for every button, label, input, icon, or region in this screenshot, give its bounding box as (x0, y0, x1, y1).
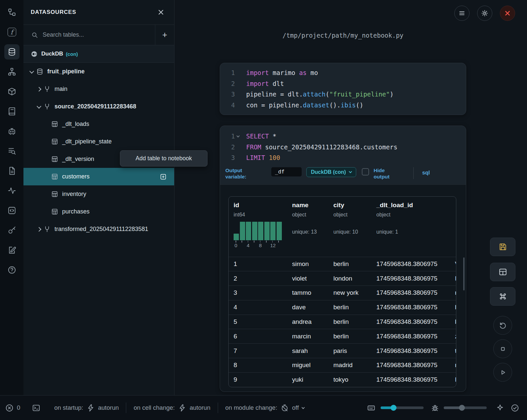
column-header-dlt-load-id[interactable]: _dlt_load_id object unique: 1 (371, 197, 450, 257)
tree-item-table-dlt-loads[interactable]: _dlt_loads (23, 115, 174, 133)
marimo-app: f (0, 0, 527, 420)
width-slider[interactable] (444, 406, 487, 409)
table-row[interactable]: 8miguelmadrid1745968348.3806975r (229, 358, 456, 372)
run-button[interactable] (493, 363, 512, 382)
font-size-slider[interactable] (381, 406, 424, 409)
sidebar-tab-functions[interactable]: f (4, 24, 19, 40)
sidebar-tab-scratchpad[interactable] (4, 203, 19, 218)
line-number: 3 (220, 152, 235, 163)
engine-row-duckdb[interactable]: DuckDB (con) (23, 45, 174, 63)
sidebar-tab-secrets[interactable] (4, 223, 19, 238)
engine-name: DuckDB (41, 51, 63, 57)
tree-item-table-purchases[interactable]: purchases (23, 203, 174, 220)
tree-item-schema-source[interactable]: source_202504291112283468 (23, 98, 174, 115)
shutdown-button[interactable] (500, 6, 515, 21)
tree-item-schema-transformed[interactable]: transformed_202504291112283581 (23, 220, 174, 238)
column-header-clipped[interactable] (450, 197, 456, 257)
hide-output-label: Hide output (374, 167, 395, 180)
sidebar-tab-ai-chat[interactable] (4, 124, 19, 139)
table-icon (51, 121, 58, 128)
tree-item-database-fruit-pipeline[interactable]: fruit_pipeline (23, 63, 174, 80)
tree-item-table-dlt-pipeline-state[interactable]: _dlt_pipeline_state (23, 133, 174, 150)
on-module-change-setting[interactable]: on module change: off (225, 404, 305, 412)
table-row[interactable]: 4daveberlin1745968348.3806975h (229, 300, 456, 315)
line-number: 2 (220, 142, 235, 153)
sidebar-tab-annotations[interactable] (4, 243, 19, 258)
close-icon (504, 10, 511, 17)
output-scrollbar[interactable] (463, 257, 465, 290)
result-table-header: id int64 0 4 8 12 (229, 197, 456, 257)
sidebar-tab-datasources[interactable] (4, 44, 19, 59)
list-search-icon (8, 147, 16, 155)
table-icon (51, 173, 58, 180)
menu-button[interactable] (454, 6, 470, 21)
table-row[interactable]: 2violetlondon1745968348.3806975D (229, 271, 456, 286)
search-icon (31, 32, 38, 38)
on-cell-change-setting[interactable]: on cell change: autorun (133, 404, 210, 412)
sidebar-tab-dependency-graph[interactable] (4, 64, 19, 79)
lightning-icon (178, 404, 186, 412)
layout-toggle-button[interactable] (490, 263, 515, 281)
on-startup-setting[interactable]: on startup: autorun (54, 404, 119, 412)
on-module-change-label: on module change: (225, 404, 277, 411)
activity-bar: f (0, 0, 23, 395)
chevron-right-icon (37, 87, 41, 91)
divider (218, 402, 218, 413)
hide-output-checkbox[interactable] (362, 168, 369, 175)
column-header-id[interactable]: id int64 0 4 8 12 (229, 197, 287, 257)
keyboard-shortcuts-button[interactable] (490, 287, 515, 306)
table-row[interactable]: 7sarahparis1745968348.3806975t (229, 343, 456, 358)
table-row[interactable]: 1simonberlin1745968348.3806975V (229, 257, 456, 271)
error-counter[interactable]: 0 (5, 404, 20, 412)
tree-item-table-inventory[interactable]: inventory (23, 185, 174, 203)
fold-chevron-icon[interactable] (237, 134, 240, 137)
add-table-to-notebook-button[interactable] (160, 173, 167, 180)
table-label: _dlt_loads (62, 121, 89, 128)
column-header-name[interactable]: name object unique: 13 (287, 197, 328, 257)
tree-item-schema-main[interactable]: main (23, 80, 174, 98)
sidebar-tab-help[interactable] (4, 262, 19, 278)
sql-output-area: id int64 0 4 8 12 (220, 184, 466, 392)
result-table: id int64 0 4 8 12 (228, 196, 456, 387)
book-icon (8, 107, 16, 116)
line-number: 4 (220, 100, 235, 111)
table-search-row: + (23, 25, 174, 45)
schema-label: transformed_202504291112283581 (55, 226, 148, 233)
sidebar-tab-file-tree[interactable] (4, 5, 19, 20)
table-icon (51, 138, 58, 145)
engine-selector-dropdown[interactable]: DuckDB (con) (306, 167, 356, 177)
search-tables-input[interactable] (43, 25, 155, 45)
sidebar-tab-packages[interactable] (4, 84, 19, 99)
autorun-off-icon (281, 404, 289, 412)
table-row[interactable]: 6marcinberlin1745968348.3806975z (229, 329, 456, 343)
robot-icon (8, 127, 16, 135)
table-row[interactable]: 3tammonew york1745968348.3806975r (229, 286, 456, 300)
settings-button[interactable] (477, 6, 492, 21)
close-panel-button[interactable] (158, 9, 164, 16)
save-button[interactable] (490, 238, 515, 256)
schema-icon (44, 86, 51, 93)
terminal-button[interactable] (32, 404, 40, 412)
connection-check-icon[interactable] (511, 404, 519, 412)
table-row[interactable]: 5andreaberlin1745968348.3806975k (229, 315, 456, 329)
save-icon (499, 243, 507, 251)
table-row[interactable]: 9yukitokyo1745968348.3806975E (229, 372, 456, 387)
column-header-city[interactable]: city object unique: 10 (328, 197, 371, 257)
sidebar-tab-documentation[interactable] (4, 104, 19, 119)
file-tree-icon (8, 8, 16, 17)
code-cell-imports[interactable]: 1import marimo as mo 2import dlt 3pipeli… (220, 63, 466, 115)
sidebar-tab-logs[interactable] (4, 143, 19, 159)
cell-actions-stack (490, 238, 515, 382)
interrupt-button[interactable] (493, 339, 512, 358)
on-cell-change-value: autorun (190, 404, 210, 411)
sidebar-tab-snippets[interactable] (4, 163, 19, 178)
sql-cell[interactable]: 1SELECT * 2FROM source_20250429111228346… (220, 126, 466, 392)
undo-button[interactable] (493, 316, 512, 335)
output-variable-input[interactable] (271, 167, 302, 176)
datasources-panel: DATASOURCES + DuckDB (con) fruit_pipelin… (23, 0, 174, 395)
tree-item-table-customers[interactable]: customers (23, 168, 174, 185)
sql-editor[interactable]: 1SELECT * 2FROM source_20250429111228346… (220, 126, 466, 163)
id-histogram (234, 222, 283, 240)
sidebar-tab-tracing[interactable] (4, 183, 19, 198)
add-datasource-button[interactable]: + (155, 25, 174, 45)
